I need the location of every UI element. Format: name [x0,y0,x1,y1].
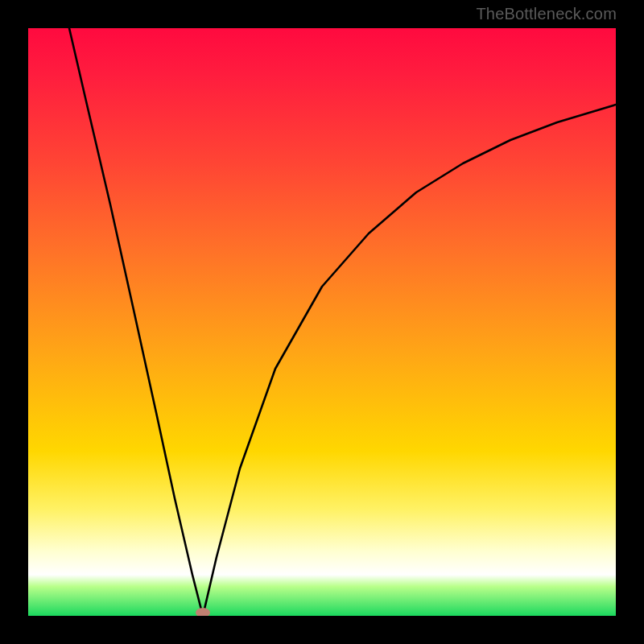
watermark-text: TheBottleneck.com [476,5,617,23]
plot-area [28,28,616,616]
chart-frame: TheBottleneck.com [0,0,644,644]
bottleneck-curve [69,28,616,616]
minimum-marker [196,608,210,616]
curve-layer [28,28,616,616]
